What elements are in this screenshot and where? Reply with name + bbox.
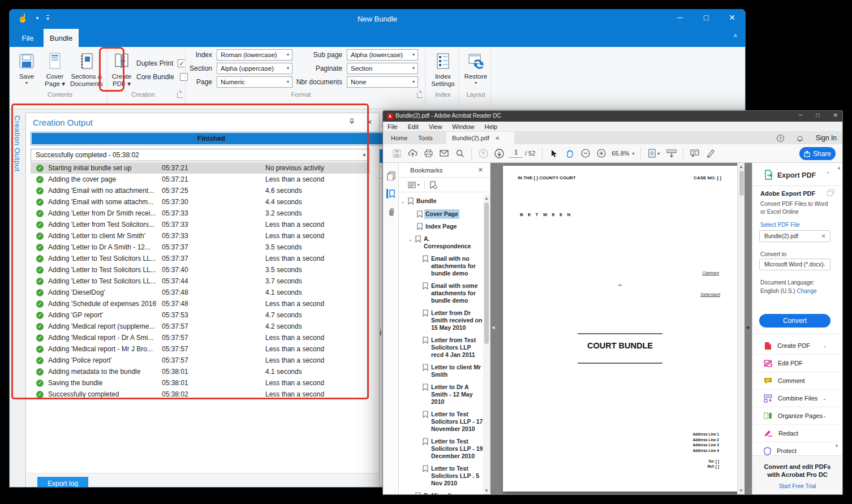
index-settings-button[interactable]: IndexSettings bbox=[428, 51, 458, 88]
log-row[interactable]: ✓Saving the bundle05:38:01Less than a se… bbox=[31, 377, 370, 389]
page-thumbnails-icon[interactable] bbox=[386, 171, 396, 180]
creation-output-side-tab[interactable]: Creation Output bbox=[13, 115, 21, 171]
cloud-upload-icon[interactable] bbox=[405, 149, 420, 157]
fit-width-icon[interactable] bbox=[664, 149, 679, 158]
log-row[interactable]: ✓Adding 'Letter from Dr Smith recei...05… bbox=[31, 208, 370, 219]
log-row[interactable]: ✓Adding 'Email with some attachm...05:37… bbox=[31, 196, 370, 208]
close-button[interactable]: ✕ bbox=[727, 13, 737, 22]
zoom-out-icon[interactable] bbox=[578, 149, 593, 158]
log-row[interactable]: ✓Adding 'Letter to client Mr Smith'05:37… bbox=[31, 230, 370, 242]
collapse-ribbon-icon[interactable]: ˄ bbox=[734, 32, 737, 39]
clear-file-icon[interactable]: ✕ bbox=[821, 233, 826, 239]
minimize-button[interactable]: ─ bbox=[675, 13, 685, 22]
tool-combine-files[interactable]: Combine Files⌄ bbox=[752, 390, 842, 407]
log-row[interactable]: ✓Starting initial bundle set up05:37:21N… bbox=[31, 162, 370, 174]
bookmark-item[interactable]: Cover Page bbox=[399, 210, 483, 218]
export-pdf-header[interactable]: Export PDF ⌃ bbox=[752, 167, 842, 183]
format-left-dropdown-2[interactable]: Numeric▾ bbox=[217, 76, 292, 88]
zoom-search-icon[interactable] bbox=[452, 149, 468, 158]
log-row[interactable]: ✓Adding 'DieselDog'05:37:484.1 seconds bbox=[31, 287, 370, 298]
log-row[interactable]: ✓Adding 'Medical report - Dr A Smi...05:… bbox=[31, 332, 370, 343]
next-page-icon[interactable] bbox=[491, 149, 507, 158]
close-bookmarks-icon[interactable]: ✕ bbox=[478, 166, 483, 174]
log-row[interactable]: ✓Adding 'Email with no attachment...05:3… bbox=[31, 185, 370, 196]
format-left-dropdown-0[interactable]: Roman (lowercase)▾ bbox=[217, 49, 292, 61]
zoom-in-icon[interactable] bbox=[593, 149, 609, 158]
tool-edit-pdf[interactable]: Edit PDF bbox=[752, 355, 842, 372]
format-dialog-launcher[interactable] bbox=[417, 92, 423, 98]
save-file-icon[interactable] bbox=[389, 149, 405, 158]
tool-organize-pages[interactable]: Organize Pages⌄ bbox=[752, 407, 842, 425]
sign-in-link[interactable]: Sign In bbox=[816, 134, 837, 142]
log-row[interactable]: ✓Adding the cover page05:37:21Less than … bbox=[31, 174, 370, 185]
bookmark-item[interactable]: Letter to Test Solicitors LLP - 19 Decem… bbox=[399, 438, 483, 460]
format-right-dropdown-0[interactable]: Alpha (lowercase)▾ bbox=[347, 49, 418, 61]
expand-chevron-icon[interactable]: ⌄ bbox=[401, 198, 407, 205]
create-pdf-button[interactable]: CreatePDF ▾ bbox=[110, 51, 133, 88]
sections-documents-button[interactable]: Sections &Documents bbox=[68, 51, 105, 88]
bookmark-item[interactable]: Letter to Test Solicitors LLP - 17 Novem… bbox=[399, 411, 483, 433]
menu-window[interactable]: Window bbox=[452, 123, 474, 130]
tool-create-pdf[interactable]: Create PDF⌄ bbox=[752, 337, 842, 355]
bookmark-item[interactable]: Letter to Dr A Smith - 12 May 2010 bbox=[399, 384, 483, 406]
attachments-icon[interactable] bbox=[386, 207, 396, 217]
tab-home[interactable]: Home bbox=[385, 132, 413, 144]
collapse-section-chevron[interactable]: ⌃ bbox=[825, 171, 830, 177]
select-tool-icon[interactable] bbox=[546, 149, 562, 158]
menu-edit[interactable]: Edit bbox=[408, 123, 419, 130]
help-icon[interactable]: ? bbox=[777, 135, 784, 142]
expand-chevron-icon[interactable]: ⌄ bbox=[408, 493, 414, 494]
close-document-tab-icon[interactable]: ✕ bbox=[495, 135, 500, 141]
restore-layout-button[interactable]: Restore ▾ bbox=[462, 51, 489, 85]
start-free-trial-link[interactable]: Start Free Trial bbox=[778, 483, 816, 489]
tool-comment[interactable]: Comment bbox=[752, 372, 842, 390]
acrobat-maximize-button[interactable]: □ bbox=[816, 112, 820, 118]
share-button[interactable]: Share bbox=[799, 147, 836, 160]
bookmark-item[interactable]: Letter to Test Solicitors LLP . 5 Nov 20… bbox=[399, 465, 483, 487]
log-row[interactable]: ✓Adding 'GP report'05:37:534.7 seconds bbox=[31, 309, 370, 321]
log-row[interactable]: ✓Adding 'Letter to Test Solicitors LL...… bbox=[31, 253, 370, 264]
format-right-dropdown-1[interactable]: Section▾ bbox=[347, 63, 418, 74]
log-row[interactable]: ✓Successfully completed05:38:02Less than… bbox=[31, 389, 370, 400]
hand-tool-icon-acrobat[interactable] bbox=[562, 149, 578, 158]
tab-document[interactable]: Bundle(2).pdf ✕ bbox=[446, 132, 514, 144]
menu-view[interactable]: View bbox=[429, 123, 442, 130]
bookmark-item[interactable]: Letter from Dr Smith received on 15 May … bbox=[399, 309, 483, 331]
change-language-link[interactable]: Change bbox=[797, 288, 816, 294]
email-icon[interactable] bbox=[436, 150, 452, 157]
acrobat-minimize-button[interactable]: ─ bbox=[798, 112, 802, 118]
log-row[interactable]: ✓Adding 'Police report'05:37:57Less than… bbox=[31, 355, 370, 366]
tab-bundle[interactable]: Bundle bbox=[44, 29, 79, 47]
new-bookmark-icon[interactable] bbox=[429, 181, 437, 189]
tab-file[interactable]: File bbox=[14, 29, 41, 47]
duplex-print-option[interactable]: Duplex Print ✓ bbox=[136, 59, 186, 67]
expand-chevron-icon[interactable]: ⌄ bbox=[408, 236, 414, 250]
tools-scroll-down-icon[interactable]: ▼ bbox=[834, 443, 839, 449]
log-row[interactable]: ✓Adding 'Letter from Test Solicitors...0… bbox=[31, 219, 370, 230]
tool-redact[interactable]: Redact bbox=[752, 425, 842, 442]
bookmark-options-icon[interactable]: ▾ bbox=[408, 182, 420, 188]
format-right-dropdown-2[interactable]: None▾ bbox=[347, 76, 418, 88]
bookmark-item[interactable]: Letter from Test Solicitors LLP recd 4 J… bbox=[399, 337, 483, 359]
pen-tool-icon[interactable] bbox=[703, 149, 718, 158]
select-pdf-file-link[interactable]: Select PDF File bbox=[760, 222, 799, 228]
save-button[interactable]: Save ▾ bbox=[15, 51, 38, 85]
bookmark-item[interactable]: Index Page bbox=[399, 223, 483, 230]
log-row[interactable]: ✓Adding 'Letter to Test Solicitors LL...… bbox=[31, 275, 370, 287]
menu-help[interactable]: Help bbox=[484, 123, 497, 130]
close-panel-icon[interactable]: ✕ bbox=[367, 118, 372, 126]
cover-page-button[interactable]: CoverPage ▾ bbox=[40, 51, 70, 88]
log-row[interactable]: ✓Adding 'Medical report (suppleme...05:3… bbox=[31, 321, 370, 332]
print-icon[interactable] bbox=[420, 149, 436, 157]
collapse-tools-chevron[interactable]: ▸ bbox=[747, 324, 750, 331]
zoom-level-dropdown[interactable]: 65.8% ▾ bbox=[612, 150, 634, 157]
bookmarks-scrollbar[interactable]: ▲ ▼ bbox=[483, 195, 490, 494]
log-row[interactable]: ✓Adding 'Letter to Dr A Smith - 12...05:… bbox=[31, 242, 370, 253]
pin-icon[interactable] bbox=[348, 118, 355, 126]
core-bundle-option[interactable]: Core Bundle bbox=[136, 73, 188, 81]
summary-dropdown[interactable]: Successfully completed - 05:38:02 ▾ bbox=[31, 149, 370, 161]
page-display-options-icon[interactable]: ▾ bbox=[644, 149, 664, 158]
page-number-input[interactable]: 1 bbox=[509, 149, 523, 158]
format-left-dropdown-1[interactable]: Alpha (uppercase)▾ bbox=[217, 63, 292, 74]
log-row[interactable]: ✓Adding 'Medical report - Mr J Bro...05:… bbox=[31, 343, 370, 355]
